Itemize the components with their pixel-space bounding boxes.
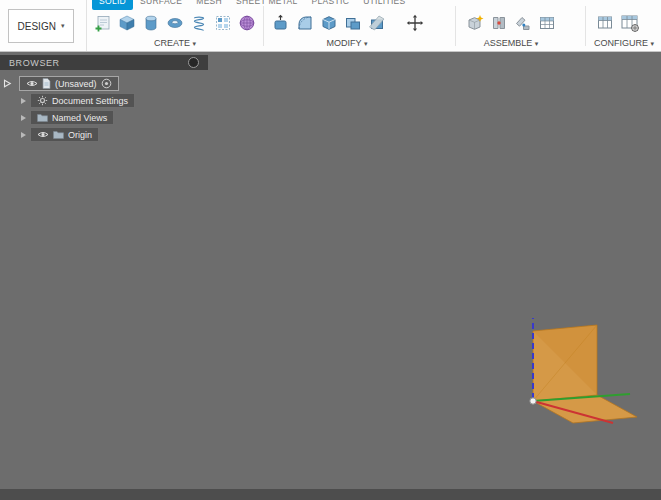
- browser-collapse-button[interactable]: [188, 57, 199, 68]
- component-activate-arrow-icon[interactable]: [3, 79, 12, 88]
- configure-icon: [596, 14, 614, 32]
- motion-study-button[interactable]: [536, 12, 558, 34]
- motion-study-icon: [538, 14, 556, 32]
- group-spacer: [390, 23, 402, 24]
- box-button[interactable]: [116, 12, 138, 34]
- configure-button[interactable]: [594, 12, 616, 34]
- tree-row: Document Settings: [21, 93, 135, 108]
- split-body-icon: [368, 14, 386, 32]
- cylinder-button[interactable]: [140, 12, 162, 34]
- tab-utilities[interactable]: UTILITIES: [356, 0, 412, 10]
- shell-icon: [320, 14, 338, 32]
- tab-sheet-metal[interactable]: SHEET METAL: [229, 0, 305, 10]
- create-sketch-button[interactable]: [92, 12, 114, 34]
- combine-button[interactable]: [342, 12, 364, 34]
- group-divider: [585, 6, 586, 46]
- tree-row: (Unsaved): [3, 76, 119, 91]
- move-copy-button[interactable]: [404, 12, 426, 34]
- modify-group: [270, 12, 426, 34]
- eye-icon[interactable]: [37, 130, 49, 139]
- expand-arrow-icon[interactable]: [21, 115, 26, 121]
- create-group: [92, 12, 258, 34]
- gear-icon: [37, 95, 48, 106]
- new-component-icon: [466, 14, 484, 32]
- torus-button[interactable]: [164, 12, 186, 34]
- chevron-down-icon: ▾: [364, 40, 368, 47]
- split-body-button[interactable]: [366, 12, 388, 34]
- joint-icon: [490, 14, 508, 32]
- tree-item-origin[interactable]: Origin: [30, 127, 99, 142]
- tab-solid[interactable]: SOLID: [92, 0, 133, 10]
- configuration-table-button[interactable]: [618, 12, 642, 34]
- rectangular-pattern-icon: [214, 14, 232, 32]
- create-label: CREATE: [154, 38, 190, 48]
- configure-label: CONFIGURE: [594, 38, 648, 48]
- bottom-bar: [0, 489, 661, 500]
- joint-button[interactable]: [488, 12, 510, 34]
- tree-item-label: (Unsaved): [55, 79, 97, 89]
- press-pull-icon: [272, 14, 290, 32]
- as-built-joint-button[interactable]: [512, 12, 534, 34]
- tree-item-label: Document Settings: [52, 96, 128, 106]
- chevron-down-icon: ▾: [535, 40, 539, 47]
- fillet-icon: [296, 14, 314, 32]
- group-divider: [263, 6, 264, 46]
- shell-button[interactable]: [318, 12, 340, 34]
- toolbar-divider: [86, 0, 87, 52]
- design-menu-button[interactable]: DESIGN ▾: [8, 9, 74, 43]
- chevron-down-icon: ▾: [192, 40, 196, 47]
- browser-title: BROWSER: [9, 58, 60, 68]
- design-menu-label: DESIGN: [18, 21, 56, 32]
- create-sketch-icon: [94, 14, 112, 32]
- tree-item-unsaved[interactable]: (Unsaved): [19, 76, 119, 91]
- browser-panel: BROWSER (Unsaved): [0, 55, 208, 160]
- tree-row: Origin: [21, 127, 99, 142]
- browser-header: BROWSER: [0, 55, 208, 70]
- combine-icon: [344, 14, 362, 32]
- coil-button[interactable]: [188, 12, 210, 34]
- assemble-label: ASSEMBLE: [484, 38, 533, 48]
- tree-item-label: Origin: [68, 130, 92, 140]
- group-divider: [455, 6, 456, 46]
- new-component-button[interactable]: [464, 12, 486, 34]
- press-pull-button[interactable]: [270, 12, 292, 34]
- toolbar: DESIGN ▾ SOLID SURFACE MESH SHEET METAL …: [0, 0, 661, 52]
- tab-plastic[interactable]: PLASTIC: [305, 0, 357, 10]
- modify-label: MODIFY: [327, 38, 362, 48]
- tree-item-named-views[interactable]: Named Views: [30, 110, 114, 125]
- move-copy-icon: [406, 14, 424, 32]
- coil-icon: [190, 14, 208, 32]
- origin-triad[interactable]: [470, 302, 661, 452]
- tab-mesh[interactable]: MESH: [189, 0, 229, 10]
- tree-item-label: Named Views: [52, 113, 107, 123]
- configuration-table-icon: [620, 13, 640, 33]
- rectangular-pattern-button[interactable]: [212, 12, 234, 34]
- create-form-button[interactable]: [236, 12, 258, 34]
- cylinder-icon: [142, 14, 160, 32]
- as-built-joint-icon: [514, 14, 532, 32]
- chevron-down-icon: ▾: [651, 40, 655, 47]
- assemble-group: [464, 12, 558, 34]
- fillet-button[interactable]: [294, 12, 316, 34]
- chevron-down-icon: ▾: [61, 22, 65, 30]
- assemble-dropdown[interactable]: ASSEMBLE ▾: [464, 38, 558, 48]
- expand-arrow-icon[interactable]: [21, 98, 26, 104]
- modify-dropdown[interactable]: MODIFY ▾: [270, 38, 424, 48]
- configure-group: [594, 12, 642, 34]
- configure-dropdown[interactable]: CONFIGURE ▾: [594, 38, 644, 48]
- folder-icon: [37, 113, 48, 122]
- eye-icon[interactable]: [26, 79, 38, 88]
- document-icon: [42, 78, 51, 89]
- torus-icon: [166, 14, 184, 32]
- create-dropdown[interactable]: CREATE ▾: [92, 38, 258, 48]
- expand-arrow-icon[interactable]: [21, 132, 26, 138]
- toolbar-tab-strip: SOLID SURFACE MESH SHEET METAL PLASTIC U…: [92, 0, 413, 10]
- tree-row: Named Views: [21, 110, 114, 125]
- activate-radio-icon[interactable]: [101, 78, 112, 89]
- box-icon: [118, 14, 136, 32]
- tree-item-document-settings[interactable]: Document Settings: [30, 93, 135, 108]
- tab-surface[interactable]: SURFACE: [133, 0, 189, 10]
- create-form-icon: [238, 14, 256, 32]
- origin-point[interactable]: [530, 398, 536, 404]
- folder-icon: [53, 130, 64, 139]
